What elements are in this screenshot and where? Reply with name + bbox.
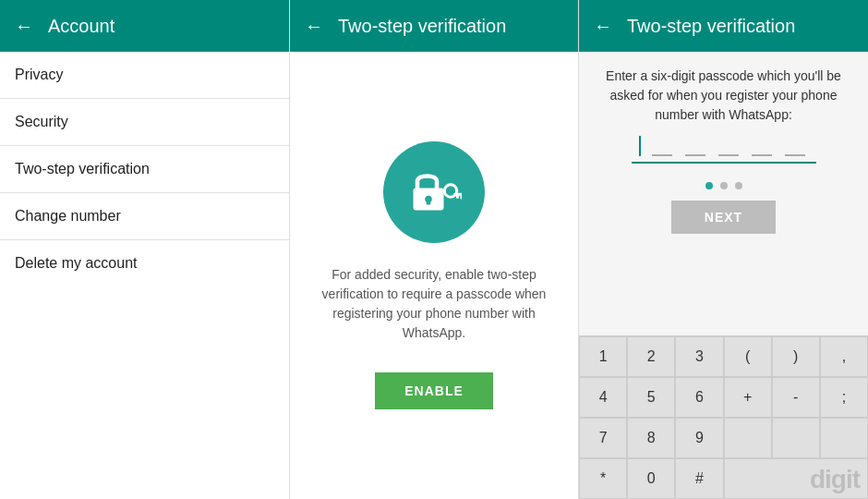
key-semicolon[interactable]: ; [820,377,868,418]
menu-item-two-step[interactable]: Two-step verification [0,146,289,193]
left-panel: ← Account Privacy Security Two-step veri… [0,0,290,499]
key-0[interactable]: 0 [627,458,675,499]
key-plus[interactable]: + [724,377,772,418]
middle-panel: ← Two-step verification For added securi… [290,0,579,499]
key-empty-3 [820,418,868,458]
right-back-arrow[interactable]: ← [594,16,612,37]
dot-1 [705,182,713,189]
key-4[interactable]: 4 [579,377,627,418]
key-6[interactable]: 6 [675,377,723,418]
left-back-arrow[interactable]: ← [15,16,33,37]
left-panel-header: ← Account [0,0,289,52]
dot-2 [720,182,728,189]
key-close-paren[interactable]: ) [772,336,820,377]
key-comma[interactable]: , [820,336,868,377]
key-empty-2 [772,418,820,458]
right-header-title: Two-step verification [627,16,795,37]
key-empty-4: digit [724,458,869,499]
key-1[interactable]: 1 [579,336,627,377]
left-header-title: Account [48,16,115,37]
right-content: Enter a six-digit passcode which you'll … [579,52,868,335]
key-5[interactable]: 5 [627,377,675,418]
key-open-paren[interactable]: ( [724,336,772,377]
key-star[interactable]: * [579,458,627,499]
lock-icon-circle [383,141,485,243]
menu-item-security[interactable]: Security [0,99,289,146]
menu-item-privacy[interactable]: Privacy [0,52,289,99]
key-8[interactable]: 8 [627,418,675,458]
middle-content: For added security, enable two-step veri… [290,52,578,499]
dots-progress [705,182,742,189]
passcode-cursor [639,136,641,156]
menu-item-delete-account[interactable]: Delete my account [0,240,289,286]
key-minus[interactable]: - [772,377,820,418]
digit-watermark: digit [802,461,867,498]
middle-header-title: Two-step verification [338,16,506,37]
middle-back-arrow[interactable]: ← [305,16,323,37]
right-panel: ← Two-step verification Enter a six-digi… [579,0,868,499]
svg-rect-6 [456,195,459,199]
enable-button[interactable]: ENABLE [375,372,493,409]
passcode-dash-1 [652,154,672,156]
key-9[interactable]: 9 [675,418,723,458]
lock-key-icon [406,164,462,220]
key-hash[interactable]: # [675,458,723,499]
menu-item-change-number[interactable]: Change number [0,193,289,240]
passcode-field[interactable] [632,136,816,164]
key-empty-1 [724,418,772,458]
middle-panel-header: ← Two-step verification [290,0,578,52]
next-button[interactable]: NEXT [671,201,776,234]
passcode-dash-3 [718,154,739,156]
svg-rect-2 [427,200,431,205]
passcode-instruction: Enter a six-digit passcode which you'll … [594,67,853,125]
passcode-dash-4 [752,154,772,156]
right-panel-header: ← Two-step verification [579,0,868,52]
numpad: 1 2 3 ( ) , 4 5 6 + - ; 7 8 9 * 0 # digi… [579,335,868,499]
key-7[interactable]: 7 [579,418,627,458]
numpad-wrapper: 1 2 3 ( ) , 4 5 6 + - ; 7 8 9 * 0 # digi… [579,335,868,499]
svg-rect-5 [461,195,463,200]
passcode-dash-2 [685,154,705,156]
dot-3 [735,182,742,189]
middle-description: For added security, enable two-step veri… [312,265,556,343]
key-3[interactable]: 3 [675,336,723,377]
passcode-dash-5 [785,154,805,156]
key-2[interactable]: 2 [627,336,675,377]
